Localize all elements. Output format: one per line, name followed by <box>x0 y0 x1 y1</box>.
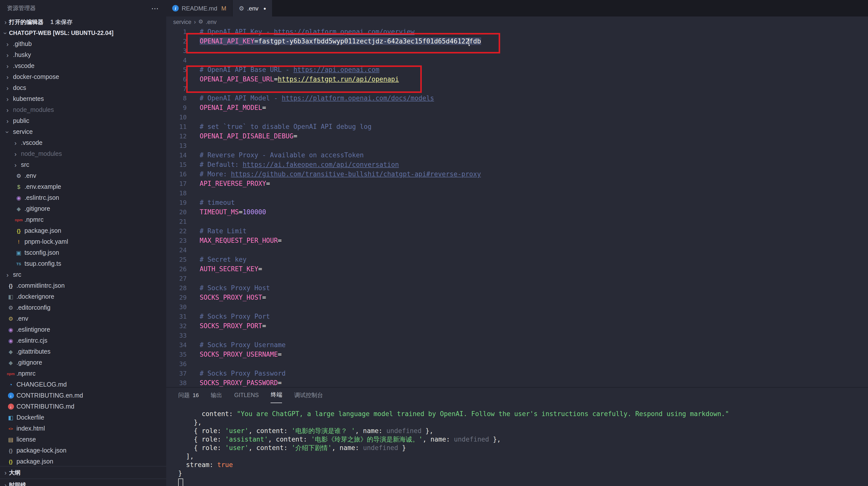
tree-item-.dockerignore[interactable]: ◧.dockerignore <box>0 291 166 302</box>
tree-item-label: package.json <box>25 227 61 234</box>
open-editors-section[interactable]: › 打开的编辑器 1 未保存 <box>0 17 166 27</box>
tree-item-license[interactable]: ▤license <box>0 434 166 445</box>
code-line[interactable]: 26AUTH_SECRET_KEY= <box>166 264 868 274</box>
code-line[interactable]: 31# Socks Proxy Port <box>166 312 868 321</box>
code-line[interactable]: 2OPENAI_API_KEY=fastgpt-y6b3axfbdd5wyp01… <box>166 36 868 46</box>
code-line[interactable]: 11# set `true` to disable OpenAI API deb… <box>166 122 868 131</box>
tree-item-node-modules[interactable]: ›node_modules <box>0 148 166 159</box>
tree-item-.env[interactable]: ⚙.env <box>0 170 166 181</box>
code-line[interactable]: 10 <box>166 112 868 122</box>
timeline-section[interactable]: › 时间线 <box>0 479 166 486</box>
unsaved-count-badge: 1 未保存 <box>51 18 72 26</box>
tree-item-service[interactable]: ›service <box>0 126 166 137</box>
code-line[interactable]: 23MAX_REQUEST_PER_HOUR= <box>166 236 868 245</box>
line-number: 14 <box>166 150 200 160</box>
tree-item-.vscode[interactable]: ›.vscode <box>0 60 166 72</box>
tree-item-label: .eslintrc.json <box>25 194 59 201</box>
tree-item-tsconfig.json[interactable]: ▣tsconfig.json <box>0 247 166 258</box>
code-line[interactable]: 37# Socks Proxy Password <box>166 369 868 378</box>
tree-item-.eslintrc.cjs[interactable]: ◉.eslintrc.cjs <box>0 335 166 346</box>
panel-tab-debug-console[interactable]: 调试控制台 <box>294 388 323 403</box>
code-line[interactable]: 6OPENAI_API_BASE_URL=https://fastgpt.run… <box>166 75 868 84</box>
panel-tab-gitlens[interactable]: GITLENS <box>234 388 259 403</box>
code-line[interactable]: 28# Socks Proxy Host <box>166 283 868 293</box>
code-line[interactable]: 22# Rate Limit <box>166 226 868 236</box>
tree-item-docker-compose[interactable]: ›docker-compose <box>0 72 166 82</box>
tree-item-changelog.md[interactable]: ◔CHANGELOG.md <box>0 379 166 390</box>
tree-item-dockerfile[interactable]: ◧Dockerfile <box>0 412 166 423</box>
code-line[interactable]: 5# OpenAI API Base URL - https://api.ope… <box>166 65 868 75</box>
project-root-section[interactable]: › CHATGPT-WEB [WSL: UBUNTU-22.04] <box>0 27 166 38</box>
tree-item-kubernetes[interactable]: ›kubernetes <box>0 93 166 105</box>
code-line[interactable]: 29SOCKS_PROXY_HOST= <box>166 293 868 302</box>
code-line[interactable]: 12OPENAI_API_DISABLE_DEBUG= <box>166 131 868 141</box>
tree-item-.npmrc[interactable]: npm.npmrc <box>0 368 166 379</box>
code-line[interactable]: 18 <box>166 188 868 198</box>
panel-tab-problems[interactable]: 问题16 <box>178 388 199 403</box>
tree-item-.eslintignore[interactable]: ◉.eslintignore <box>0 324 166 335</box>
panel-tab-terminal[interactable]: 终端 <box>271 388 282 403</box>
code-line[interactable]: 24 <box>166 245 868 255</box>
code-line[interactable]: 19# timeout <box>166 198 868 207</box>
tree-item-.gitattributes[interactable]: ◆.gitattributes <box>0 346 166 357</box>
tree-item-tsup.config.ts[interactable]: TStsup.config.ts <box>0 258 166 269</box>
tab-env[interactable]: ⚙ .env ● <box>233 0 273 17</box>
tree-item-contributing.md[interactable]: ↓CONTRIBUTING.md <box>0 401 166 412</box>
tree-item-.commitlintrc.json[interactable]: {}.commitlintrc.json <box>0 280 166 291</box>
code-line[interactable]: 36 <box>166 359 868 369</box>
tree-item-public[interactable]: ›public <box>0 115 166 126</box>
tree-item-package.json[interactable]: {}package.json <box>0 225 166 236</box>
tab-readme[interactable]: i README.md M <box>166 0 233 17</box>
unsaved-dot-icon[interactable]: ● <box>264 6 266 11</box>
tree-item-.npmrc[interactable]: npm.npmrc <box>0 214 166 225</box>
code-line[interactable]: 21 <box>166 217 868 226</box>
code-line[interactable]: 34# Socks Proxy Username <box>166 340 868 350</box>
code-line[interactable]: 16# More: https://github.com/transitive-… <box>166 169 868 179</box>
outline-section[interactable]: › 大纲 <box>0 466 166 479</box>
terminal[interactable]: content: "You are ChatGPT, a large langu… <box>166 403 868 486</box>
tree-item-contributing.en.md[interactable]: ↓CONTRIBUTING.en.md <box>0 390 166 401</box>
more-actions-icon[interactable]: ⋯ <box>151 4 159 13</box>
tree-item-.github[interactable]: ›.github <box>0 38 166 50</box>
tree-item-pnpm-lock.yaml[interactable]: !pnpm-lock.yaml <box>0 236 166 247</box>
breadcrumb-folder[interactable]: service <box>173 19 191 25</box>
code-line[interactable]: 7 <box>166 84 868 93</box>
code-line[interactable]: 9OPENAI_API_MODEL= <box>166 103 868 112</box>
tree-item-.env.example[interactable]: $.env.example <box>0 181 166 192</box>
code-line[interactable]: 25# Secret key <box>166 255 868 264</box>
code-line[interactable]: 35SOCKS_PROXY_USERNAME= <box>166 350 868 359</box>
code-line[interactable]: 27 <box>166 274 868 283</box>
code-line[interactable]: 20TIMEOUT_MS=100000 <box>166 207 868 217</box>
code-line[interactable]: 15# Default: https://ai.fakeopen.com/api… <box>166 160 868 169</box>
explorer-title: 资源管理器 <box>7 4 36 12</box>
tree-item-.editorconfig[interactable]: ⚙.editorconfig <box>0 302 166 313</box>
code-line[interactable]: 3 <box>166 46 868 55</box>
code-line[interactable]: 8# OpenAI API Model - https://platform.o… <box>166 93 868 103</box>
tree-item-.env[interactable]: ⚙.env <box>0 313 166 324</box>
code-line[interactable]: 17API_REVERSE_PROXY= <box>166 179 868 188</box>
tree-item-src[interactable]: ›src <box>0 159 166 170</box>
tree-item-.husky[interactable]: ›.husky <box>0 50 166 60</box>
breadcrumb-file[interactable]: .env <box>206 19 217 25</box>
tree-item-.gitignore[interactable]: ◆.gitignore <box>0 357 166 368</box>
code-line[interactable]: 14# Reverse Proxy - Available on accessT… <box>166 150 868 160</box>
tree-item-.vscode[interactable]: ›.vscode <box>0 137 166 148</box>
tree-item-src[interactable]: ›src <box>0 269 166 280</box>
code-line[interactable]: 4 <box>166 55 868 65</box>
line-number: 30 <box>166 302 200 312</box>
code-line[interactable]: 13 <box>166 141 868 150</box>
code-line[interactable]: 32SOCKS_PROXY_PORT= <box>166 321 868 331</box>
tree-item-package.json[interactable]: {}package.json <box>0 456 166 467</box>
tree-item-docs[interactable]: ›docs <box>0 82 166 93</box>
tree-item-index.html[interactable]: <>index.html <box>0 423 166 434</box>
tree-item-.eslintrc.json[interactable]: ◉.eslintrc.json <box>0 192 166 203</box>
code-line[interactable]: 30 <box>166 302 868 312</box>
code-line[interactable]: 1# OpenAI API Key - https://platform.ope… <box>166 27 868 36</box>
tree-item-.gitignore[interactable]: ◆.gitignore <box>0 203 166 214</box>
tree-item-package-lock.json[interactable]: {}package-lock.json <box>0 445 166 456</box>
code-line[interactable]: 38SOCKS_PROXY_PASSWORD= <box>166 378 868 387</box>
code-editor[interactable]: 1# OpenAI API Key - https://platform.ope… <box>166 27 868 387</box>
panel-tab-output[interactable]: 输出 <box>211 388 222 403</box>
code-line[interactable]: 33 <box>166 331 868 340</box>
tree-item-node-modules[interactable]: ›node_modules <box>0 105 166 115</box>
